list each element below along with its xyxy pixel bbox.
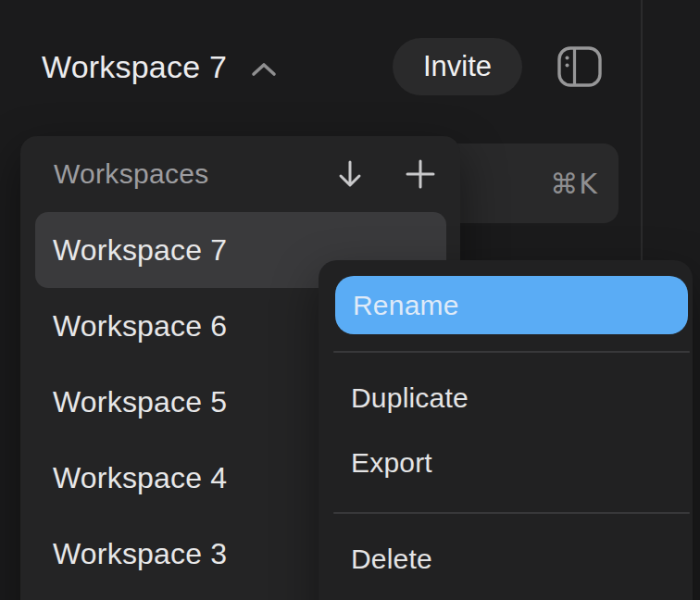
menu-item-label: Export <box>351 447 432 479</box>
page-vertical-divider <box>641 0 643 260</box>
keyboard-shortcut-badge: ⌘K <box>550 168 598 200</box>
workspace-item-label: Workspace 5 <box>53 385 227 419</box>
workspace-switcher-trigger[interactable]: Workspace 7 <box>42 46 277 87</box>
workspaces-panel-title: Workspaces <box>54 158 334 190</box>
menu-divider <box>333 512 690 514</box>
plus-icon <box>405 158 436 190</box>
menu-divider <box>333 351 690 353</box>
menu-item-export[interactable]: Export <box>319 431 693 495</box>
sort-workspaces-button[interactable] <box>334 158 366 190</box>
menu-item-duplicate[interactable]: Duplicate <box>319 366 693 431</box>
sidebar-toggle-button[interactable] <box>556 45 603 88</box>
invite-button[interactable]: Invite <box>393 38 522 95</box>
workspace-title: Workspace 7 <box>42 46 227 87</box>
workspaces-panel-header: Workspaces <box>20 136 460 212</box>
workspace-item-label: Workspace 6 <box>53 309 227 344</box>
arrow-down-icon <box>334 158 366 190</box>
menu-item-rename[interactable]: Rename <box>335 276 688 334</box>
chevron-up-icon <box>251 61 277 78</box>
workspace-item-label: Workspace 7 <box>53 233 227 268</box>
sidebar-panel-icon <box>556 45 603 88</box>
workspace-context-menu: Rename Duplicate Export Delete <box>319 260 693 600</box>
add-workspace-button[interactable] <box>405 158 436 190</box>
workspace-item-label: Workspace 3 <box>53 537 227 571</box>
menu-item-delete[interactable]: Delete <box>319 527 693 592</box>
menu-item-label: Duplicate <box>351 382 469 414</box>
invite-button-label: Invite <box>423 50 492 83</box>
workspace-item-label: Workspace 4 <box>53 461 227 495</box>
menu-item-label: Rename <box>353 290 459 321</box>
menu-item-label: Delete <box>351 544 432 575</box>
